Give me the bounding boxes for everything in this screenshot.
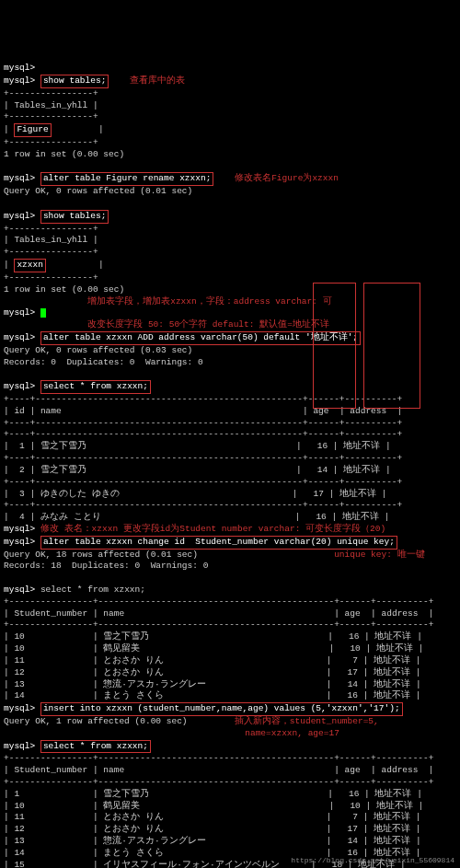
table-name-xzxxn: xzxxn (14, 259, 46, 272)
col-addr: address (382, 608, 419, 619)
cell: 13 (14, 679, 24, 689)
cell: 地址不详 (343, 465, 380, 475)
cell: 地址不详 (376, 801, 413, 811)
cmd-insert-5[interactable]: insert into xzxxn (student_number,name,a… (40, 702, 403, 716)
cell: 16 (349, 789, 359, 799)
cell: 7 (352, 655, 358, 665)
col-id: id (14, 406, 24, 416)
prompt: mysql> (4, 63, 35, 73)
prompt: mysql> (4, 381, 35, 391)
prompt: mysql> (4, 524, 35, 534)
cell: とおさか りん (103, 667, 164, 677)
status: Records: 18 Duplicates: 0 Warnings: 0 (4, 561, 208, 571)
col-sn: Student_number (14, 765, 87, 775)
cmd-select-2[interactable]: select * from xzxxn; (40, 584, 145, 595)
terminal-output: mysql> mysql> show tables; 查看库中的表 +-----… (4, 51, 456, 868)
annot-addcol: 增加表字段，增加表xzxxn，字段：address varchar: 可 (87, 296, 331, 307)
annot-show-tables: 查看库中的表 (130, 75, 185, 86)
cmd-change-id[interactable]: alter table xzxxn change id Student_numb… (40, 536, 397, 550)
cell: 14 (14, 848, 24, 858)
cmd-select-3[interactable]: select * from xzxxn; (40, 740, 151, 754)
cell: 地址不详 (374, 812, 410, 822)
cell: 12 (14, 667, 24, 677)
status: Query OK, 18 rows affected (0.01 sec) (4, 550, 198, 560)
status: Query OK, 1 row affected (0.00 sec) (4, 716, 188, 726)
cell: 12 (14, 824, 24, 834)
cell: 1 (19, 441, 25, 451)
cell: 惣流·アスカ·ラングレー (103, 679, 205, 689)
cell: 16 (317, 441, 328, 451)
table-name-figure: Figure (14, 123, 51, 137)
cell: みなみ ことり (40, 512, 101, 522)
annot-change-id: 修改 表名：xzxxn 更改字段id为Student number varcha… (40, 524, 385, 534)
col-age: age (313, 406, 328, 416)
cell: 10 (14, 631, 24, 642)
col-header: Tables_in_yhll (14, 100, 87, 110)
annot-insert-b: name=xzxxn, age=17 (245, 728, 339, 738)
col-sn: Student_number (14, 608, 87, 619)
cell: 地址不详 (376, 643, 413, 654)
cell: 16 (316, 512, 326, 522)
status: Query OK, 0 rows affected (0.03 sec) (4, 345, 192, 355)
annot-rename: 修改表名Figure为xzxxn (235, 173, 339, 183)
cell: 雪之下雪乃 (40, 441, 86, 451)
col-name: name (103, 608, 124, 619)
cell: とおさか りん (103, 655, 164, 665)
cmd-show-tables[interactable]: show tables; (40, 75, 109, 88)
cell: 14 (348, 836, 358, 846)
cell: 鹤见留美 (103, 801, 140, 811)
cell: 13 (14, 836, 24, 846)
cell: 地址不详 (374, 679, 410, 689)
cmd-add-address[interactable]: alter table xzxxn ADD address varchar(50… (40, 331, 361, 345)
cell: ゆきのした ゆきの (40, 489, 120, 499)
cell: まとう さくら (103, 690, 164, 700)
annot-unique: unique key: 唯一键 (334, 550, 424, 560)
cell: 10 (14, 801, 24, 811)
cursor-icon (40, 308, 46, 318)
col-header: Tables_in_yhll (14, 235, 87, 245)
cell: 地址不详 (374, 631, 411, 642)
cell: 地址不详 (374, 655, 410, 665)
cell: 地址不详 (374, 667, 410, 677)
prompt: mysql> (4, 75, 35, 86)
cell: 2 (19, 465, 25, 475)
status: 1 row in set (0.00 sec) (4, 284, 124, 295)
cell: 惣流·アスカ·ラングレー (103, 836, 205, 846)
prompt: mysql> (4, 703, 35, 713)
cmd-show-tables-2[interactable]: show tables; (40, 210, 109, 224)
cell: 10 (350, 801, 360, 811)
cell: 14 (317, 465, 328, 475)
cell: 4 (19, 512, 25, 522)
cell: 雪之下雪乃 (103, 789, 149, 799)
status: 1 row in set (0.00 sec) (4, 149, 124, 159)
annot-addcol-b: 改变长度字段 50: 50个字符 default: 默认值=地址不详 (87, 319, 329, 330)
col-addr: address (382, 765, 419, 775)
cell: 7 (352, 812, 358, 822)
cell: 地址不详 (374, 824, 410, 834)
cell: 16 (349, 631, 359, 642)
cell: 地址不详 (374, 690, 410, 700)
cell: 1 (14, 789, 19, 799)
cell: 14 (14, 690, 24, 700)
cell: 10 (350, 643, 360, 654)
cell: 11 (14, 812, 24, 822)
cell: 14 (348, 679, 358, 689)
cell: まとう さくら (103, 848, 164, 858)
cmd-select-1[interactable]: select * from xzxxn; (40, 380, 151, 394)
cell: 10 (14, 643, 24, 654)
prompt: mysql> (4, 173, 35, 183)
prompt: mysql> (4, 537, 35, 547)
annot-insert: 插入新内容，student_number=5, (235, 716, 379, 726)
cell: 地址不详 (343, 441, 380, 451)
prompt: mysql> (4, 307, 35, 318)
col-addr: address (350, 406, 386, 416)
source-url: https://blog.csdn.net/weixin_55609814 (291, 856, 454, 866)
cell: 3 (19, 489, 25, 499)
cell: 11 (14, 655, 24, 665)
prompt: mysql> (4, 211, 35, 221)
cmd-rename[interactable]: alter table Figure rename xzxxn; (40, 172, 213, 186)
prompt: mysql> (4, 332, 35, 342)
status: Query OK, 0 rows affected (0.01 sec) (4, 186, 192, 196)
cell: 17 (314, 489, 324, 499)
col-name: name (40, 406, 62, 416)
